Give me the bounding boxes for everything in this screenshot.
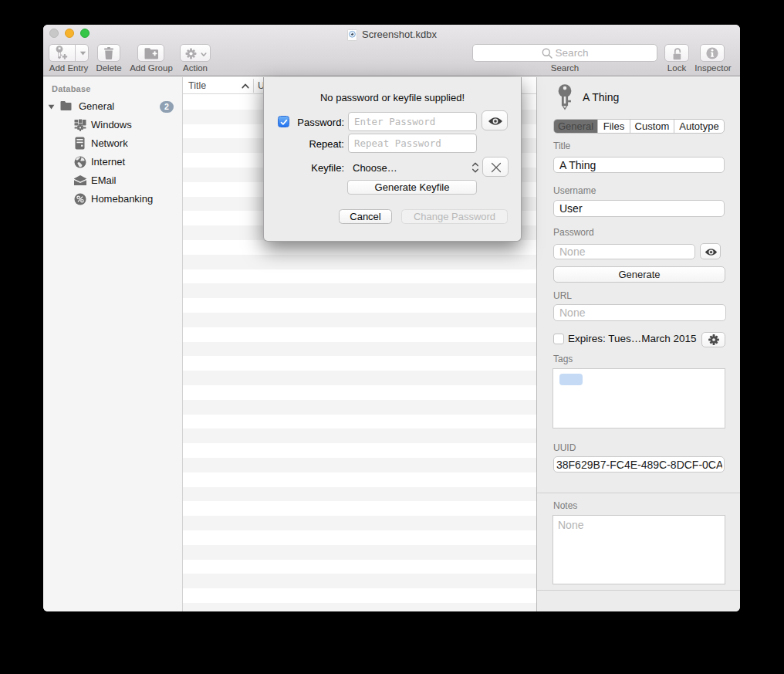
lock-icon (671, 47, 683, 60)
sidebar-item-label: Homebanking (91, 190, 153, 208)
sidebar: Database General 2 (43, 77, 183, 611)
password-field[interactable] (553, 244, 695, 259)
windows-group-icon (74, 119, 86, 131)
dialog-eye-icon (488, 117, 503, 126)
username-field-wrap (553, 200, 725, 217)
add-group-button[interactable] (137, 44, 164, 62)
inspector-divider-top (537, 493, 740, 493)
lock-button[interactable] (664, 44, 689, 62)
delete-label: Delete (92, 63, 126, 73)
sidebar-item-label: Windows (91, 116, 132, 134)
inspector-panel: A Thing General Files Custom Autotype Ti… (536, 77, 740, 611)
entry-title: A Thing (583, 90, 619, 104)
sidebar-item-label: EMail (91, 171, 117, 190)
cancel-button[interactable]: Cancel (339, 209, 392, 224)
change-password-dialog: No password or keyfile supplied! Passwor… (263, 77, 522, 242)
username-field[interactable] (553, 200, 725, 217)
globe-icon (74, 156, 86, 168)
search-input[interactable]: Search (472, 44, 657, 62)
dialog-message: No password or keyfile supplied! (264, 92, 521, 103)
add-entry-dropdown[interactable] (75, 45, 89, 61)
sidebar-item-label: Internet (91, 153, 125, 171)
title-field-wrap (553, 157, 725, 173)
dialog-repeat-label: Repeat: (279, 138, 344, 150)
dialog-keyfile-label: Keyfile: (279, 162, 344, 174)
tags-label: Tags (553, 354, 573, 364)
change-password-button[interactable]: Change Password (401, 209, 508, 224)
uuid-field[interactable] (553, 456, 725, 472)
title-label: Title (553, 141, 570, 151)
document-icon (346, 29, 358, 41)
url-label: URL (553, 290, 572, 301)
inspector-tabs: General Files Custom Autotype (553, 119, 725, 134)
sidebar-item-network[interactable]: Network (43, 134, 182, 153)
keyfile-popup-value[interactable]: Choose… (353, 162, 397, 174)
delete-button[interactable] (97, 44, 120, 62)
expires-gear-icon (708, 334, 719, 345)
inspector-label: Inspector (689, 63, 737, 73)
sidebar-item-internet[interactable]: Internet (43, 153, 182, 171)
sidebar-item-label: Network (91, 134, 128, 153)
column-header-title[interactable]: Title (188, 77, 206, 94)
sidebar-item-homebanking[interactable]: Homebanking (43, 190, 182, 208)
trash-icon (103, 47, 114, 59)
clear-keyfile-button[interactable] (482, 157, 509, 177)
inspector-button[interactable] (700, 44, 725, 62)
add-entry-button[interactable] (49, 44, 89, 62)
tab-autotype[interactable]: Autotype (674, 120, 724, 133)
add-group-label: Add Group (125, 63, 177, 73)
column-divider[interactable] (253, 79, 254, 93)
add-entry-label: Add Entry (43, 63, 94, 73)
search-input-field[interactable] (478, 46, 654, 59)
action-chevron-icon (201, 52, 207, 57)
url-field-wrap (553, 304, 726, 321)
tab-files[interactable]: Files (598, 120, 630, 133)
reveal-password-button[interactable] (700, 243, 721, 259)
notes-box (553, 515, 725, 584)
inspector-divider-bottom (537, 590, 740, 591)
titlebar: Screenshot.kdbx Add (43, 25, 740, 76)
tab-custom[interactable]: Custom (630, 120, 674, 133)
expires-label: Expires: Tues…March 2015 (568, 333, 697, 344)
uuid-label: UUID (553, 442, 576, 453)
expires-checkbox[interactable] (553, 334, 564, 344)
password-field-wrap (553, 244, 695, 259)
gear-icon (185, 48, 197, 59)
tab-general[interactable]: General (554, 120, 598, 133)
sidebar-item-email[interactable]: EMail (43, 171, 182, 190)
disclosure-triangle-icon[interactable] (48, 104, 55, 110)
action-button[interactable] (180, 44, 211, 62)
sidebar-group-general[interactable]: General 2 (43, 97, 182, 116)
folder-icon (60, 100, 72, 111)
empty-tag-pill[interactable] (559, 374, 583, 385)
envelope-icon (74, 175, 86, 185)
password-label: Password (553, 227, 594, 238)
entry-count-badge: 2 (160, 101, 174, 113)
repeat-input-wrap (348, 134, 477, 153)
uuid-field-wrap (553, 456, 725, 472)
folder-plus-icon (144, 47, 159, 59)
sidebar-item-windows[interactable]: Windows (43, 116, 182, 134)
search-label: Search (542, 63, 588, 73)
key-icon (557, 84, 573, 110)
password-input-wrap (348, 112, 477, 131)
url-field[interactable] (553, 304, 726, 321)
generate-button[interactable]: Generate (553, 266, 725, 283)
percent-icon (74, 193, 86, 205)
generate-keyfile-button[interactable]: Generate Keyfile (347, 180, 477, 195)
expires-settings-button[interactable] (701, 332, 725, 347)
info-icon (706, 47, 718, 59)
dialog-reveal-password-button[interactable] (482, 110, 508, 130)
popup-stepper-icon[interactable] (471, 160, 480, 175)
notes-field[interactable] (558, 519, 720, 581)
window-title: Screenshot.kdbx (43, 28, 740, 42)
dialog-password-label: Password: (279, 117, 344, 128)
chevron-down-icon (79, 51, 86, 56)
sort-ascending-icon (242, 83, 249, 89)
tags-box[interactable] (553, 368, 725, 428)
username-label: Username (553, 185, 596, 196)
repeat-password-input[interactable] (354, 136, 471, 151)
title-field[interactable] (553, 157, 725, 173)
sidebar-group-label: General (79, 97, 114, 116)
enter-password-input[interactable] (354, 114, 471, 129)
